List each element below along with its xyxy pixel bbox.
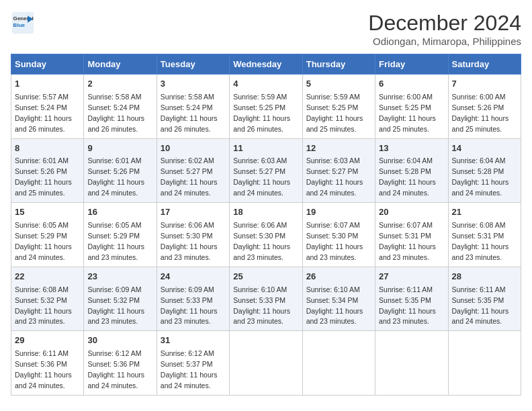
calendar-cell: 24Sunrise: 6:09 AM Sunset: 5:33 PM Dayli…: [157, 267, 229, 331]
day-info: Sunrise: 6:09 AM Sunset: 5:33 PM Dayligh…: [161, 285, 218, 326]
day-number: 6: [379, 78, 444, 91]
calendar-table: SundayMondayTuesdayWednesdayThursdayFrid…: [11, 54, 521, 396]
calendar-cell: 4Sunrise: 5:59 AM Sunset: 5:25 PM Daylig…: [230, 75, 302, 139]
calendar-week-2: 8Sunrise: 6:01 AM Sunset: 5:26 PM Daylig…: [11, 138, 521, 203]
calendar-cell: 20Sunrise: 6:07 AM Sunset: 5:31 PM Dayli…: [375, 203, 448, 267]
day-info: Sunrise: 6:11 AM Sunset: 5:36 PM Dayligh…: [15, 349, 72, 390]
calendar-cell: 15Sunrise: 6:05 AM Sunset: 5:29 PM Dayli…: [11, 203, 84, 267]
calendar-cell: 19Sunrise: 6:07 AM Sunset: 5:30 PM Dayli…: [302, 203, 375, 267]
calendar-cell: 23Sunrise: 6:09 AM Sunset: 5:32 PM Dayli…: [84, 267, 157, 331]
day-info: Sunrise: 6:02 AM Sunset: 5:27 PM Dayligh…: [161, 156, 218, 197]
day-number: 28: [452, 271, 517, 283]
day-number: 24: [161, 271, 226, 283]
svg-text:Blue: Blue: [13, 22, 26, 28]
calendar-cell: 13Sunrise: 6:04 AM Sunset: 5:28 PM Dayli…: [375, 138, 448, 203]
calendar-cell: 2Sunrise: 5:58 AM Sunset: 5:24 PM Daylig…: [84, 75, 157, 139]
day-info: Sunrise: 6:00 AM Sunset: 5:25 PM Dayligh…: [379, 93, 436, 133]
day-info: Sunrise: 6:10 AM Sunset: 5:34 PM Dayligh…: [306, 285, 363, 326]
day-number: 2: [87, 78, 152, 91]
title-block: December 2024 Odiongan, Mimaropa, Philip…: [368, 11, 521, 47]
day-number: 13: [379, 142, 444, 155]
calendar-cell: 16Sunrise: 6:05 AM Sunset: 5:29 PM Dayli…: [84, 203, 157, 267]
day-number: 31: [161, 334, 226, 347]
calendar-cell: 9Sunrise: 6:01 AM Sunset: 5:26 PM Daylig…: [84, 138, 157, 203]
day-info: Sunrise: 6:00 AM Sunset: 5:26 PM Dayligh…: [452, 93, 509, 133]
calendar-cell: [302, 331, 375, 396]
day-number: 23: [87, 271, 152, 283]
calendar-week-3: 15Sunrise: 6:05 AM Sunset: 5:29 PM Dayli…: [11, 203, 521, 267]
day-info: Sunrise: 6:03 AM Sunset: 5:27 PM Dayligh…: [233, 156, 290, 197]
calendar-cell: 26Sunrise: 6:10 AM Sunset: 5:34 PM Dayli…: [302, 267, 375, 331]
day-info: Sunrise: 6:07 AM Sunset: 5:30 PM Dayligh…: [306, 221, 363, 261]
weekday-header-wednesday: Wednesday: [230, 54, 302, 75]
calendar-cell: 27Sunrise: 6:11 AM Sunset: 5:35 PM Dayli…: [375, 267, 448, 331]
calendar-cell: 22Sunrise: 6:08 AM Sunset: 5:32 PM Dayli…: [11, 267, 84, 331]
day-number: 9: [87, 142, 152, 155]
day-info: Sunrise: 6:06 AM Sunset: 5:30 PM Dayligh…: [233, 221, 290, 261]
day-number: 16: [87, 206, 152, 219]
day-info: Sunrise: 6:09 AM Sunset: 5:32 PM Dayligh…: [87, 285, 144, 326]
day-info: Sunrise: 6:12 AM Sunset: 5:36 PM Dayligh…: [87, 349, 144, 390]
day-info: Sunrise: 6:11 AM Sunset: 5:35 PM Dayligh…: [379, 285, 436, 326]
day-info: Sunrise: 6:10 AM Sunset: 5:33 PM Dayligh…: [233, 285, 290, 326]
calendar-cell: 12Sunrise: 6:03 AM Sunset: 5:27 PM Dayli…: [302, 138, 375, 203]
day-info: Sunrise: 6:07 AM Sunset: 5:31 PM Dayligh…: [379, 221, 436, 261]
calendar-header: SundayMondayTuesdayWednesdayThursdayFrid…: [11, 54, 521, 75]
calendar-cell: 14Sunrise: 6:04 AM Sunset: 5:28 PM Dayli…: [448, 138, 521, 203]
day-info: Sunrise: 6:04 AM Sunset: 5:28 PM Dayligh…: [379, 156, 436, 197]
day-number: 14: [452, 142, 517, 155]
day-number: 21: [452, 206, 517, 219]
weekday-header-tuesday: Tuesday: [157, 54, 229, 75]
calendar-cell: 7Sunrise: 6:00 AM Sunset: 5:26 PM Daylig…: [448, 75, 521, 139]
day-info: Sunrise: 6:01 AM Sunset: 5:26 PM Dayligh…: [15, 156, 72, 197]
day-number: 8: [15, 142, 80, 155]
day-number: 11: [233, 142, 298, 155]
day-number: 26: [306, 271, 371, 283]
calendar-cell: 11Sunrise: 6:03 AM Sunset: 5:27 PM Dayli…: [230, 138, 302, 203]
day-info: Sunrise: 6:11 AM Sunset: 5:35 PM Dayligh…: [452, 285, 509, 326]
day-number: 20: [379, 206, 444, 219]
weekday-header-sunday: Sunday: [11, 54, 84, 75]
calendar-cell: 1Sunrise: 5:57 AM Sunset: 5:24 PM Daylig…: [11, 75, 84, 139]
calendar-cell: 18Sunrise: 6:06 AM Sunset: 5:30 PM Dayli…: [230, 203, 302, 267]
calendar-cell: 8Sunrise: 6:01 AM Sunset: 5:26 PM Daylig…: [11, 138, 84, 203]
calendar-cell: [230, 331, 302, 396]
day-info: Sunrise: 6:08 AM Sunset: 5:32 PM Dayligh…: [15, 285, 72, 326]
day-number: 17: [161, 206, 226, 219]
day-info: Sunrise: 6:04 AM Sunset: 5:28 PM Dayligh…: [452, 156, 509, 197]
day-number: 27: [379, 271, 444, 283]
day-info: Sunrise: 6:12 AM Sunset: 5:37 PM Dayligh…: [161, 349, 218, 390]
calendar-cell: 21Sunrise: 6:08 AM Sunset: 5:31 PM Dayli…: [448, 203, 521, 267]
calendar-cell: 28Sunrise: 6:11 AM Sunset: 5:35 PM Dayli…: [448, 267, 521, 331]
day-number: 4: [233, 78, 298, 91]
day-info: Sunrise: 5:58 AM Sunset: 5:24 PM Dayligh…: [87, 93, 144, 133]
day-number: 15: [15, 206, 80, 219]
day-info: Sunrise: 6:05 AM Sunset: 5:29 PM Dayligh…: [87, 221, 144, 261]
calendar-cell: 17Sunrise: 6:06 AM Sunset: 5:30 PM Dayli…: [157, 203, 229, 267]
day-number: 1: [15, 78, 80, 91]
calendar-cell: 31Sunrise: 6:12 AM Sunset: 5:37 PM Dayli…: [157, 331, 229, 396]
calendar-cell: 29Sunrise: 6:11 AM Sunset: 5:36 PM Dayli…: [11, 331, 84, 396]
logo-icon: General Blue: [11, 11, 35, 35]
day-number: 29: [15, 334, 80, 347]
day-number: 18: [233, 206, 298, 219]
day-info: Sunrise: 5:57 AM Sunset: 5:24 PM Dayligh…: [15, 93, 72, 133]
day-number: 5: [306, 78, 371, 91]
location-subtitle: Odiongan, Mimaropa, Philippines: [368, 36, 521, 47]
day-number: 25: [233, 271, 298, 283]
day-info: Sunrise: 5:59 AM Sunset: 5:25 PM Dayligh…: [233, 93, 290, 133]
calendar-cell: 3Sunrise: 5:58 AM Sunset: 5:24 PM Daylig…: [157, 75, 229, 139]
day-info: Sunrise: 6:06 AM Sunset: 5:30 PM Dayligh…: [161, 221, 218, 261]
month-title: December 2024: [368, 11, 521, 36]
day-number: 3: [161, 78, 226, 91]
calendar-week-1: 1Sunrise: 5:57 AM Sunset: 5:24 PM Daylig…: [11, 75, 521, 139]
calendar-cell: 25Sunrise: 6:10 AM Sunset: 5:33 PM Dayli…: [230, 267, 302, 331]
day-number: 10: [161, 142, 226, 155]
page-header: General Blue December 2024 Odiongan, Mim…: [11, 11, 521, 47]
calendar-cell: 30Sunrise: 6:12 AM Sunset: 5:36 PM Dayli…: [84, 331, 157, 396]
day-number: 30: [87, 334, 152, 347]
weekday-header-monday: Monday: [84, 54, 157, 75]
day-info: Sunrise: 6:08 AM Sunset: 5:31 PM Dayligh…: [452, 221, 509, 261]
day-number: 7: [452, 78, 517, 91]
day-info: Sunrise: 6:01 AM Sunset: 5:26 PM Dayligh…: [87, 156, 144, 197]
